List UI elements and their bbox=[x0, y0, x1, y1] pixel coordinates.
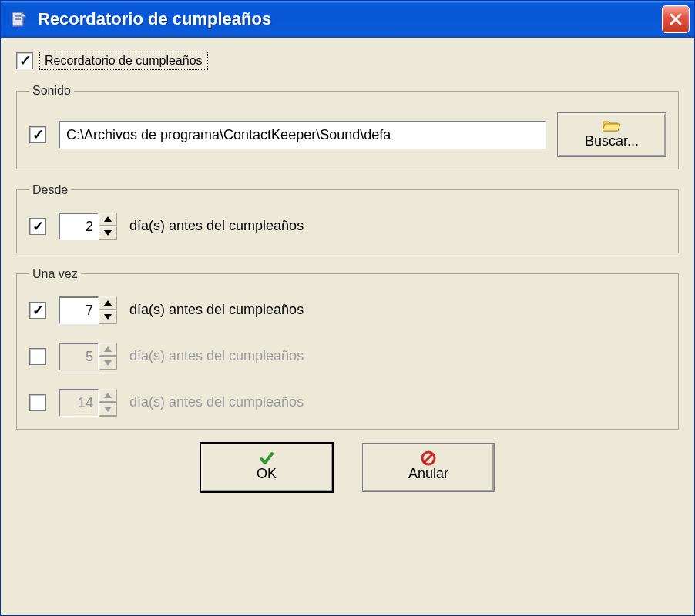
chevron-down-icon bbox=[104, 230, 112, 236]
desde-value-input[interactable] bbox=[59, 213, 99, 240]
app-icon bbox=[8, 8, 30, 30]
una-vez-spin-up-1[interactable] bbox=[99, 296, 117, 310]
chevron-up-icon bbox=[104, 346, 112, 352]
una-vez-spinner-3 bbox=[59, 389, 117, 417]
desde-spin-down[interactable] bbox=[99, 226, 117, 240]
close-button[interactable] bbox=[662, 5, 690, 33]
svg-rect-1 bbox=[15, 15, 21, 17]
una-vez-value-input-2 bbox=[59, 343, 99, 370]
svg-line-4 bbox=[425, 454, 432, 462]
chevron-down-icon bbox=[104, 407, 112, 412]
dialog-window: Recordatorio de cumpleaños Recordatorio … bbox=[0, 0, 695, 616]
window-title: Recordatorio de cumpleaños bbox=[38, 9, 662, 29]
cancel-button[interactable]: Anular bbox=[363, 444, 494, 491]
client-area: Recordatorio de cumpleaños Sonido Buscar… bbox=[1, 38, 694, 500]
desde-suffix-label: día(s) antes del cumpleaños bbox=[129, 218, 304, 234]
una-vez-spinner-1 bbox=[59, 296, 117, 324]
prohibit-icon bbox=[421, 450, 436, 466]
una-vez-suffix-label-2: día(s) antes del cumpleaños bbox=[129, 348, 304, 364]
chevron-up-icon bbox=[104, 216, 112, 222]
desde-checkbox[interactable] bbox=[29, 218, 46, 235]
sound-group: Sonido Buscar... bbox=[16, 84, 679, 169]
sound-legend: Sonido bbox=[29, 84, 74, 98]
reminder-checkbox-label[interactable]: Recordatorio de cumpleaños bbox=[39, 52, 208, 70]
una-vez-spin-down-2 bbox=[99, 357, 117, 370]
sound-path-input[interactable] bbox=[59, 121, 546, 149]
una-vez-legend: Una vez bbox=[29, 267, 81, 281]
una-vez-suffix-label-3: día(s) antes del cumpleaños bbox=[129, 394, 304, 410]
chevron-up-icon bbox=[104, 300, 112, 306]
close-icon bbox=[669, 12, 683, 26]
folder-open-icon bbox=[603, 118, 621, 133]
una-vez-value-input-1[interactable] bbox=[59, 296, 99, 324]
sound-checkbox[interactable] bbox=[29, 126, 46, 143]
desde-spinner bbox=[59, 213, 117, 240]
ok-button[interactable]: OK bbox=[201, 444, 332, 491]
una-vez-spin-down-1[interactable] bbox=[99, 310, 117, 324]
desde-spin-up[interactable] bbox=[99, 213, 117, 226]
una-vez-spin-up-2 bbox=[99, 343, 117, 357]
una-vez-checkbox-1[interactable] bbox=[29, 302, 46, 319]
browse-button[interactable]: Buscar... bbox=[558, 113, 666, 156]
una-vez-checkbox-2[interactable] bbox=[29, 348, 46, 365]
una-vez-spin-down-3 bbox=[99, 403, 117, 417]
una-vez-suffix-label-1: día(s) antes del cumpleaños bbox=[129, 302, 304, 318]
chevron-down-icon bbox=[104, 314, 112, 320]
una-vez-spinner-2 bbox=[59, 343, 117, 370]
desde-legend: Desde bbox=[29, 183, 71, 197]
titlebar: Recordatorio de cumpleaños bbox=[1, 1, 694, 38]
chevron-up-icon bbox=[104, 393, 112, 398]
chevron-down-icon bbox=[104, 360, 112, 366]
svg-rect-2 bbox=[15, 18, 21, 20]
una-vez-value-input-3 bbox=[59, 389, 99, 417]
una-vez-checkbox-3[interactable] bbox=[29, 394, 46, 411]
una-vez-spin-up-3 bbox=[99, 389, 117, 403]
checkmark-icon bbox=[259, 450, 274, 466]
dialog-footer: OK Anular bbox=[16, 444, 679, 491]
reminder-checkbox[interactable] bbox=[16, 52, 33, 69]
una-vez-group: Una vez día(s) antes del cumpleaños bbox=[16, 267, 679, 430]
desde-group: Desde día(s) antes del cumpleaños bbox=[16, 183, 679, 253]
